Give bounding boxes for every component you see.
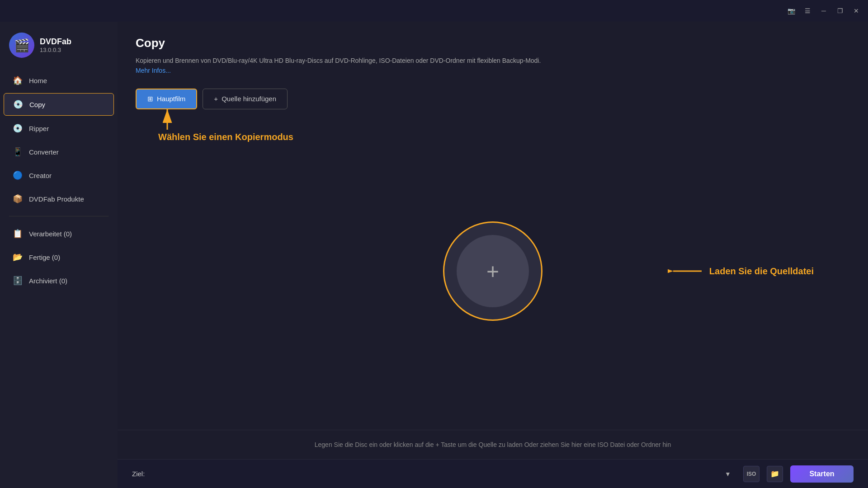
sidebar-item-creator[interactable]: 🔵 Creator [4,164,114,186]
folder-icon: 📁 [770,469,779,478]
menu-button[interactable]: ☰ [803,6,812,15]
ziel-label: Ziel: [132,470,145,478]
description-text: Kopieren und Brennen von DVD/Blu-ray/4K … [136,57,541,64]
logo-emoji: 🎬 [14,38,30,53]
bottom-bar: Ziel: ▼ ISO 📁 Starten [118,459,868,488]
drop-instruction-text: Legen Sie die Disc ein oder klicken auf … [315,441,671,448]
drop-annotation-text: Laden Sie die Quelldatei [709,266,814,277]
hauptfilm-label: Hauptfilm [157,95,185,103]
logo-icon: 🎬 [9,33,34,58]
sidebar-label-verarbeitet: Verarbeitet (0) [29,230,72,238]
folder-button[interactable]: 📁 [767,466,783,482]
page-description: Kopieren und Brennen von DVD/Blu-ray/4K … [136,56,542,76]
content-lower: Wählen Sie einen Kopiermodus + [136,127,850,415]
sidebar-label-home: Home [29,77,47,84]
hauptfilm-icon: ⊞ [147,95,153,103]
creator-icon: 🔵 [13,170,23,180]
app-body: 🎬 DVDFab 13.0.0.3 🏠 Home 💿 Copy 💿 Ripper… [0,22,868,488]
sidebar-label-ripper: Ripper [29,125,49,132]
converter-icon: 📱 [13,147,23,157]
drop-circle[interactable]: + [443,221,542,321]
start-button[interactable]: Starten [790,465,854,483]
sidebar-item-dvdfab-produkte[interactable]: 📦 DVDFab Produkte [4,188,114,210]
verarbeitet-icon: 📋 [13,229,23,239]
sidebar-item-home[interactable]: 🏠 Home [4,70,114,91]
logo-name: DVDFab [40,37,71,47]
sidebar-divider [9,216,108,216]
sidebar-label-copy: Copy [29,101,45,108]
sidebar: 🎬 DVDFab 13.0.0.3 🏠 Home 💿 Copy 💿 Ripper… [0,22,118,488]
logo-text: DVDFab 13.0.0.3 [40,37,71,53]
copy-icon: 💿 [13,99,23,109]
plus-icon: + [214,95,218,103]
arrow-left-svg [668,266,704,277]
screenshot-button[interactable]: 📷 [787,6,796,15]
home-icon: 🏠 [13,75,23,85]
titlebar: 📷 ☰ ─ ❐ ✕ [0,0,868,22]
close-button[interactable]: ✕ [852,6,861,15]
sidebar-item-copy[interactable]: 💿 Copy [4,93,114,116]
sidebar-item-verarbeitet[interactable]: 📋 Verarbeitet (0) [4,223,114,244]
iso-label: ISO [747,471,756,477]
iso-button[interactable]: ISO [743,466,760,482]
logo-version: 13.0.0.3 [40,47,71,53]
sidebar-item-ripper[interactable]: 💿 Ripper [4,117,114,139]
right-annotation: Laden Sie die Quelldatei [668,266,814,277]
archiviert-icon: 🗄️ [13,276,23,286]
dvdfab-produkte-icon: 📦 [13,194,23,204]
ripper-icon: 💿 [13,123,23,133]
drop-circle-inner: + [457,235,529,307]
maximize-button[interactable]: ❐ [835,6,844,15]
sidebar-label-archiviert: Archiviert (0) [29,277,67,285]
page-title: Copy [136,36,850,50]
sidebar-label-fertige: Fertige (0) [29,253,60,261]
main-content: Copy Kopieren und Brennen von DVD/Blu-ra… [118,22,868,488]
start-label: Starten [809,470,834,478]
sidebar-item-fertige[interactable]: 📂 Fertige (0) [4,246,114,268]
logo-area: 🎬 DVDFab 13.0.0.3 [0,29,118,69]
sidebar-label-creator: Creator [29,172,52,179]
sidebar-item-archiviert[interactable]: 🗄️ Archiviert (0) [4,270,114,291]
sidebar-label-converter: Converter [29,148,59,156]
minimize-button[interactable]: ─ [819,6,828,15]
fertige-icon: 📂 [13,252,23,262]
ziel-dropdown[interactable]: ▼ [720,466,736,482]
quelle-label: Quelle hinzufügen [222,95,276,103]
drop-instruction: Legen Sie die Disc ein oder klicken auf … [118,430,868,459]
content-area: Copy Kopieren und Brennen von DVD/Blu-ra… [118,22,868,430]
sidebar-label-dvdfab: DVDFab Produkte [29,195,84,203]
drop-plus-icon: + [486,259,499,284]
more-info-link[interactable]: Mehr Infos... [136,67,171,74]
sidebar-item-converter[interactable]: 📱 Converter [4,141,114,163]
drop-center: + Laden Sie die Q [136,127,850,415]
ziel-input[interactable] [152,466,712,482]
